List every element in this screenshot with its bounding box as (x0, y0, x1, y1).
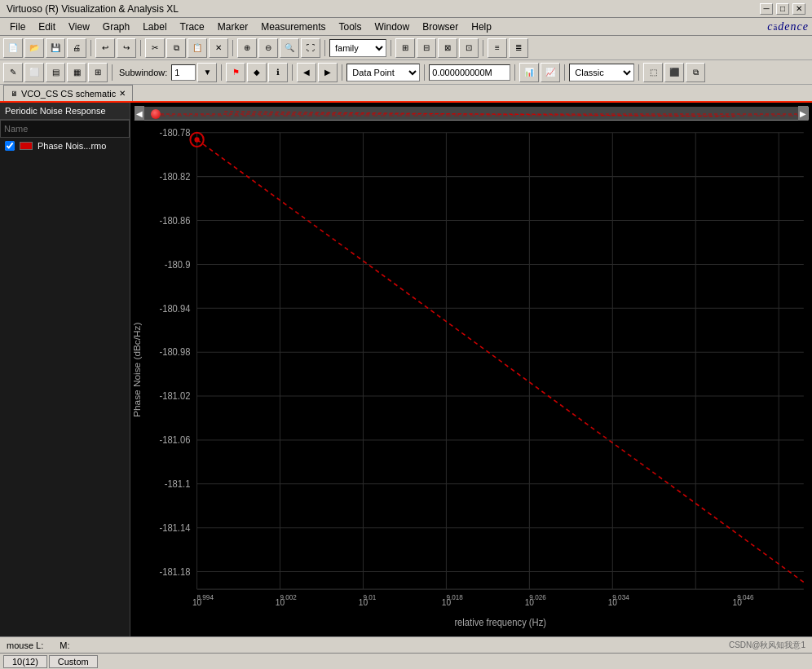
legend-checkbox-0[interactable] (5, 141, 15, 151)
menu-window[interactable]: Window (368, 20, 417, 34)
tb2-chart1[interactable]: 📊 (519, 63, 539, 82)
tb-btn-map1[interactable]: ⊞ (395, 38, 415, 58)
save-button[interactable]: 💾 (46, 38, 65, 58)
tb-btn-extra2[interactable]: ≣ (509, 38, 528, 58)
close-button[interactable]: ✕ (792, 3, 805, 15)
zoomin-button[interactable]: 🔍 (280, 38, 299, 58)
svg-text:9.046: 9.046 (737, 593, 754, 601)
sep4 (324, 40, 325, 56)
tb2-arrow-left[interactable]: ◀ (297, 63, 316, 82)
menu-bar: File Edit View Graph Label Trace Marker … (0, 18, 812, 36)
copy-button[interactable]: ⧉ (166, 38, 186, 58)
subwindow-dropdown[interactable]: ▼ (197, 63, 217, 82)
svg-text:-181.02: -181.02 (159, 391, 190, 401)
family-select[interactable]: family (329, 39, 386, 57)
data-point-select[interactable]: Data Point (346, 64, 420, 81)
bottom-tabs: 10(12) Custom (0, 653, 812, 669)
svg-text:-180.9: -180.9 (165, 259, 191, 269)
menu-graph[interactable]: Graph (96, 20, 136, 34)
left-panel: Periodic Noise Response Phase Nois...rmo (0, 103, 130, 636)
status-bar: mouse L: M: CSDN@秋风知我意1 (0, 636, 812, 653)
name-filter-input[interactable] (0, 120, 130, 138)
cadence-logo: cādence (767, 20, 809, 33)
redo-button[interactable]: ↪ (117, 38, 136, 58)
toolbar-1: 📄 📂 💾 🖨 ↩ ↪ ✂ ⧉ 📋 ✕ ⊕ ⊖ 🔍 ⛶ family ⊞ ⊟ ⊠… (0, 36, 812, 60)
svg-text:-181.1: -181.1 (165, 479, 191, 489)
zoom-button[interactable]: ⊕ (237, 38, 257, 58)
delete-button[interactable]: ✕ (209, 38, 228, 58)
scrollbar-preview (161, 108, 798, 120)
tb-btn-extra1[interactable]: ≡ (488, 38, 507, 58)
sep8 (221, 64, 222, 81)
menu-measurements[interactable]: Measurements (254, 20, 332, 34)
sep12 (514, 64, 515, 81)
legend-item-0: Phase Nois...rmo (0, 138, 130, 154)
tb2-marker[interactable]: ◆ (247, 63, 267, 82)
menu-label[interactable]: Label (136, 20, 173, 34)
sep2 (140, 40, 141, 56)
tab-icon: 🖥 (11, 90, 18, 98)
sep6 (483, 40, 483, 56)
zoomout-button[interactable]: ⊖ (258, 38, 278, 58)
svg-text:-180.98: -180.98 (159, 347, 190, 357)
classic-select[interactable]: Classic (569, 64, 634, 81)
svg-text:-181.14: -181.14 (159, 523, 191, 533)
tb2-flag[interactable]: ⚑ (226, 63, 245, 82)
svg-text:9.01: 9.01 (363, 593, 376, 601)
tb2-btn1[interactable]: ✎ (3, 63, 23, 82)
sep14 (638, 64, 639, 81)
undo-button[interactable]: ↩ (95, 38, 115, 58)
scroll-right-button[interactable]: ▶ (798, 106, 808, 121)
sep13 (564, 64, 565, 81)
tb2-btn5[interactable]: ⊞ (88, 63, 108, 82)
tab-close-button[interactable]: ✕ (119, 89, 126, 98)
graph-scrollbar[interactable]: ◀ ▶ (134, 106, 809, 121)
subwindow-input[interactable] (171, 64, 196, 81)
new-button[interactable]: 📄 (3, 38, 23, 58)
minimize-button[interactable]: ─ (760, 3, 773, 15)
bottom-tab-0[interactable]: 10(12) (3, 655, 47, 668)
maximize-button[interactable]: □ (776, 3, 789, 15)
sep11 (424, 64, 425, 81)
scroll-left-button[interactable]: ◀ (135, 106, 144, 121)
tb2-arrow-right[interactable]: ▶ (318, 63, 338, 82)
tb2-btn4[interactable]: ▦ (67, 63, 86, 82)
scrollbar-track[interactable] (144, 107, 798, 120)
legend-color-0 (20, 142, 33, 150)
tb2-extra2[interactable]: ⬛ (664, 63, 684, 82)
sep10 (342, 64, 342, 81)
cut-button[interactable]: ✂ (145, 38, 165, 58)
tb2-extra1[interactable]: ⬚ (643, 63, 663, 82)
menu-help[interactable]: Help (465, 20, 498, 34)
menu-trace[interactable]: Trace (174, 20, 211, 34)
bottom-tab-1[interactable]: Custom (49, 655, 98, 668)
fit-button[interactable]: ⛶ (301, 38, 320, 58)
menu-browser[interactable]: Browser (416, 20, 465, 34)
tb2-btn2[interactable]: ⬜ (24, 63, 44, 82)
tb2-info[interactable]: ℹ (268, 63, 288, 82)
menu-marker[interactable]: Marker (211, 20, 254, 34)
paste-button[interactable]: 📋 (188, 38, 207, 58)
open-button[interactable]: 📂 (24, 38, 44, 58)
tb2-btn3[interactable]: ▤ (46, 63, 65, 82)
print-button[interactable]: 🖨 (67, 38, 86, 58)
sep3 (232, 40, 233, 56)
title-bar-text: Virtuoso (R) Visualization & Analysis XL (7, 3, 179, 15)
data-point-value[interactable] (429, 64, 510, 81)
tb2-extra3[interactable]: ⧉ (686, 63, 705, 82)
tab-vco-cs[interactable]: 🖥 VCO_CS CS schematic ✕ (3, 85, 133, 101)
svg-text:-180.86: -180.86 (159, 216, 190, 226)
tb-btn-map3[interactable]: ⊠ (438, 38, 457, 58)
menu-view[interactable]: View (62, 20, 96, 34)
svg-point-53 (195, 137, 200, 142)
menu-file[interactable]: File (3, 20, 32, 34)
scroll-indicator (151, 109, 161, 119)
tb-btn-map2[interactable]: ⊟ (417, 38, 436, 58)
sep9 (292, 64, 293, 81)
menu-tools[interactable]: Tools (333, 20, 368, 34)
svg-text:-180.94: -180.94 (159, 303, 191, 313)
tb2-chart2[interactable]: 📈 (541, 63, 560, 82)
svg-rect-3 (130, 124, 812, 633)
menu-edit[interactable]: Edit (32, 20, 62, 34)
tb-btn-map4[interactable]: ⊡ (459, 38, 479, 58)
